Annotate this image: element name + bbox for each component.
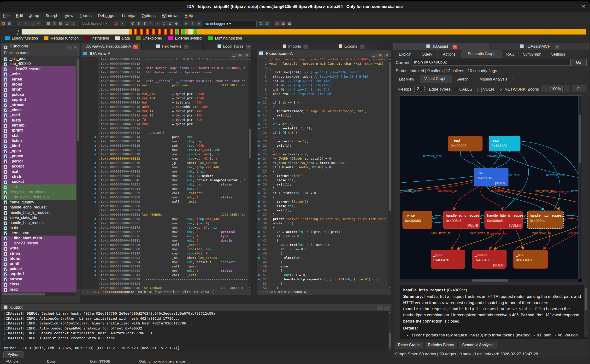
- pseudocode-line[interactable]: 54 }: [257, 286, 388, 289]
- asm-line[interactable]: .text:0000000000400B54 mov eax, 0: [81, 187, 248, 191]
- asm-gutter[interactable]: [81, 66, 98, 70]
- asm-line[interactable]: .text:0000000000400B32 cmp [rbp+var_434]…: [81, 156, 248, 161]
- lock-highlight-dropdown[interactable]: Lock highlight ▾: [80, 21, 109, 26]
- edge-type-calls[interactable]: CALLS: [454, 87, 472, 91]
- asm-line[interactable]: .text:0000000000400B3B mov rax, [rbp+var…: [81, 165, 248, 169]
- asm-gutter[interactable]: [81, 109, 98, 113]
- checkbox-icon[interactable]: [454, 87, 458, 91]
- asm-line[interactable]: .text:0000000000400B1B mov rbp, rsp: [81, 139, 248, 143]
- asm-line[interactable]: .text:0000000000400B77 mov edx, 0 ; prot…: [81, 230, 248, 234]
- function-list-item[interactable]: f_fprintf: [1, 128, 76, 133]
- functions-vscrollbar[interactable]: ▲▼: [76, 56, 80, 292]
- stop-process-icon[interactable]: ■: [196, 21, 202, 26]
- pseudocode-line[interactable]: 14 exit(1);: [257, 113, 388, 118]
- doc-tab-imports[interactable]: Imports✕: [265, 43, 326, 50]
- ida-view-min-icon[interactable]: ▁: [231, 53, 237, 58]
- pseudocode-line[interactable]: 33 {: [257, 195, 388, 200]
- asm-line[interactable]: .text:0000000000400B1A var_14 = dword pt…: [81, 109, 248, 113]
- g-icon[interactable]: G: [264, 21, 270, 26]
- pseudocode-vscrollbar[interactable]: ▲▼: [388, 57, 391, 289]
- more-icon[interactable]: ▾: [155, 21, 160, 26]
- asm-line[interactable]: .text:0000000000400B8F cmp [rbp+fd], 0: [81, 251, 248, 256]
- functions-close-icon[interactable]: ✕: [73, 46, 79, 50]
- asm-gutter[interactable]: [81, 277, 98, 282]
- start-process-icon[interactable]: ▶: [184, 21, 189, 26]
- asm-breakpoint-dot[interactable]: [94, 201, 96, 203]
- asm-gutter[interactable]: [81, 200, 98, 204]
- asm-breakpoint-dot[interactable]: [94, 270, 96, 272]
- asm-line[interactable]: .text:0000000000400B81 mov edi, 2 ; doma…: [81, 238, 248, 243]
- function-list-item[interactable]: fwrite: [1, 246, 76, 251]
- pseudocode-line[interactable]: 38 printf("Server listening on port %d, …: [257, 217, 388, 221]
- menu-file[interactable]: File: [0, 13, 13, 19]
- asm-breakpoint-dot[interactable]: [94, 197, 96, 198]
- asm-line[interactable]: .text:0000000000400B7C mov esi, 1 ; type: [81, 234, 248, 238]
- asm-gutter[interactable]: [81, 161, 98, 165]
- pseudocode-line[interactable]: 8 int fd; // [rsp+434h] [rbp-Ch]: [257, 87, 388, 92]
- function-list-item[interactable]: f_write: [1, 72, 76, 77]
- open-file-icon[interactable]: ▨: [0, 21, 6, 26]
- asm-breakpoint-dot[interactable]: [94, 145, 96, 147]
- asm-gutter[interactable]: [81, 221, 98, 226]
- assist-subtab-list-view[interactable]: List View: [394, 76, 419, 83]
- asm-gutter[interactable]: [81, 230, 98, 234]
- asm-breakpoint-dot[interactable]: [94, 266, 96, 267]
- functions-restore-icon[interactable]: ▭: [66, 46, 72, 50]
- asm-breakpoint-dot[interactable]: [94, 253, 96, 254]
- graph-vscrollbar[interactable]: [578, 96, 582, 279]
- pseudocode-line[interactable]: 45 if ( v5 <= 0 ): [257, 247, 388, 251]
- asm-gutter[interactable]: [81, 100, 98, 105]
- function-list-item[interactable]: f__isoc23_sscanf: [1, 240, 76, 246]
- zoom-out-button[interactable]: -: [542, 85, 548, 92]
- asm-line[interactable]: .text:0000000000400B25 mov [rbp+var_434]…: [81, 148, 248, 152]
- asm-breakpoint-dot[interactable]: [94, 180, 96, 181]
- asm-line[interactable]: .text:0000000000400B45 mov rax, cs:stder…: [81, 174, 248, 178]
- doc-tab-ida-view-a-pseudocode-a[interactable]: IDA View-A, Pseudocode-A✕: [81, 43, 141, 50]
- pause-process-icon[interactable]: ∥: [190, 21, 195, 26]
- asm-gutter[interactable]: [81, 143, 98, 148]
- assist-tab-rag[interactable]: RAG: [502, 51, 518, 58]
- pseudocode-close-icon[interactable]: ✕: [384, 53, 390, 58]
- pseudocode-restore-icon[interactable]: ▭: [378, 53, 383, 58]
- asm-line[interactable]: .text:0000000000400B59 call _fprintf: [81, 191, 248, 195]
- asm-gutter[interactable]: [81, 178, 98, 182]
- function-list-item[interactable]: fhandle_http_request: [1, 220, 76, 225]
- output-title[interactable]: Output ▭✕: [1, 304, 391, 311]
- functions-panel-title[interactable]: f Functions ▭✕: [1, 43, 80, 50]
- pseudocode-line[interactable]: 35 close(fd);: [257, 204, 388, 208]
- function-list-item[interactable]: fhandle_echo_request: [1, 205, 76, 210]
- asm-gutter[interactable]: [81, 122, 98, 126]
- go-button[interactable]: Go: [570, 59, 587, 66]
- pseudocode-line[interactable]: 20 perror("socket");: [257, 139, 388, 143]
- function-list-item[interactable]: f_stat: [1, 133, 76, 138]
- asm-gutter[interactable]: [81, 70, 98, 75]
- graph-node-main[interactable]: main0x400b1a[VULN]: [474, 168, 508, 186]
- asm-line[interactable]: .text:0000000000400B1A addr = sockaddr p…: [81, 105, 248, 109]
- asm-line[interactable]: .text:0000000000400B68 loc_400B68: ; COD…: [81, 213, 248, 217]
- function-list-item[interactable]: fserve_static_file: [1, 215, 76, 220]
- function-list-item[interactable]: f_strcmp: [1, 123, 76, 128]
- pseudocode-line[interactable]: 43 {: [257, 238, 388, 243]
- menu-debugger[interactable]: Debugger: [95, 13, 119, 19]
- pseudocode-line[interactable]: 53 }: [257, 282, 388, 286]
- doc-tab-close-icon[interactable]: ✕: [184, 45, 188, 49]
- asm-gutter[interactable]: [81, 165, 98, 169]
- window-close-icon[interactable]: ✕: [580, 4, 587, 9]
- function-list-item[interactable]: f_perror: [1, 159, 76, 164]
- asm-line[interactable]: .text:0000000000400B94 mov edi, offset s…: [81, 260, 248, 264]
- navigation-band[interactable]: ◀▶ ↓: [1, 28, 589, 35]
- pseudocode-line[interactable]: 5 struct sockaddr addr; // [rsp+410h] [r…: [257, 75, 388, 79]
- asm-line[interactable]: .text:0000000000400B1E sub rsp, 440h: [81, 143, 248, 148]
- debugger-select[interactable]: No debugger ▾ ▾: [203, 21, 257, 27]
- function-list-item[interactable]: f_accept: [1, 164, 76, 169]
- nhops-spin-icons[interactable]: ▲▼: [423, 86, 425, 91]
- asm-line[interactable]: .text:0000000000400B1A ; Attributes: nor…: [81, 70, 248, 75]
- pseudocode-line[interactable]: 48 }: [257, 260, 388, 264]
- doc-tab-exports[interactable]: Exports✕: [326, 43, 377, 50]
- asm-gutter[interactable]: [81, 187, 98, 191]
- asm-line[interactable]: .text:0000000000400B92 jns short loc_400…: [81, 256, 248, 260]
- band-left-arrow-icon[interactable]: ◀▶: [17, 29, 19, 35]
- ida-view-restore-icon[interactable]: ▭: [238, 53, 243, 58]
- asm-gutter[interactable]: [81, 217, 98, 221]
- asm-gutter[interactable]: [81, 79, 98, 83]
